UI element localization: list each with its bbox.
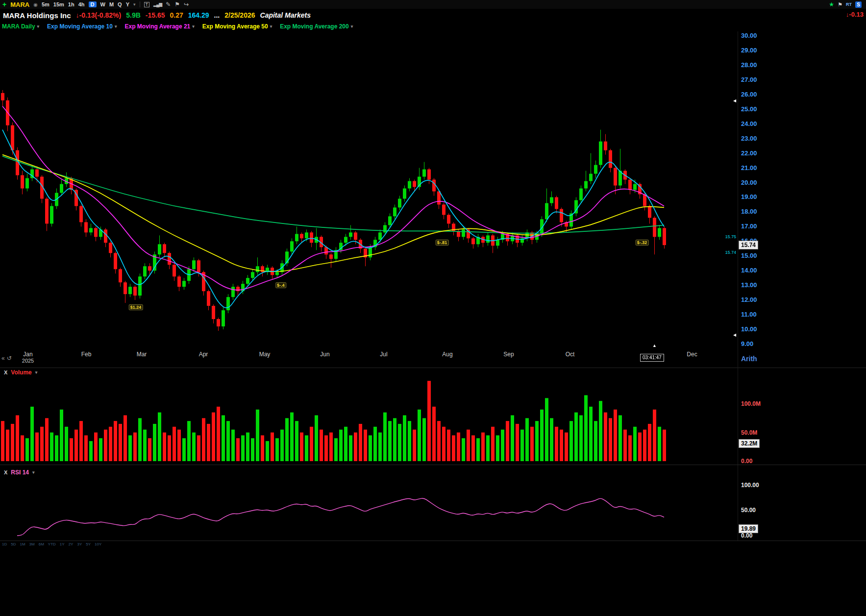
month-label: Jul — [380, 351, 387, 358]
rsi-panel-header: X RSI 14 ▾ — [4, 469, 35, 476]
timeframe-button-Y[interactable]: Y — [126, 1, 129, 7]
rsi-panel-title[interactable]: RSI 14 — [11, 469, 29, 476]
toolbar-right-group: ★ ⚑ RT S — [829, 1, 864, 8]
period-button-3M[interactable]: 3M — [29, 542, 35, 546]
price-tick: 15.00 — [741, 252, 757, 259]
period-button-2Y[interactable]: 2Y — [69, 542, 74, 546]
rsi-caret-icon[interactable]: ▾ — [32, 470, 35, 475]
last-price-tag: 15.74 — [739, 241, 758, 249]
period-selector-bar: 1D5D1M3M6MYTD1Y2Y3Y5Y10Y — [2, 542, 101, 546]
timeframe-group: 5m15m1h4hDWMQY — [42, 1, 129, 7]
legend-caret-icon[interactable]: ▾ — [192, 24, 195, 29]
period-button-3Y[interactable]: 3Y — [77, 542, 82, 546]
price-tick: 20.00 — [741, 179, 757, 186]
reset-zoom-icon[interactable]: ↺ — [7, 355, 12, 362]
legend-label: Exp Moving Average 21 — [124, 23, 190, 30]
legend-item-exp-moving-average-10[interactable]: Exp Moving Average 10▾ — [47, 23, 117, 30]
price-tick: 24.00 — [741, 120, 757, 127]
price-tick: 13.00 — [741, 281, 757, 289]
price-tick: 21.00 — [741, 164, 757, 172]
timeframe-button-W[interactable]: W — [100, 1, 105, 7]
rsi-close-button[interactable]: X — [4, 469, 7, 475]
indicator-icon[interactable]: ▂▄▆ — [153, 2, 162, 7]
price-marker-icon: ◀ — [733, 99, 736, 103]
pnl-tag[interactable]: $1.24 — [129, 304, 143, 310]
period-button-5Y[interactable]: 5Y — [86, 542, 91, 546]
quote-stat-3: 0.27 — [170, 11, 183, 19]
bid-price-label: 15.74 — [715, 250, 736, 255]
month-label: Feb — [81, 351, 92, 358]
price-tick: 26.00 — [741, 91, 757, 98]
period-button-6M[interactable]: 6M — [39, 542, 44, 546]
favorite-star-icon[interactable]: ★ — [829, 1, 834, 8]
price-tick: 29.00 — [741, 47, 757, 54]
link-charts-icon[interactable]: ◉ — [33, 2, 38, 7]
quote-stat-2: -15.65 — [146, 11, 165, 19]
pnl-tag[interactable]: $-.81 — [436, 240, 449, 246]
timeframe-button-D[interactable]: D — [89, 1, 97, 7]
price-tick: 22.00 — [741, 149, 757, 157]
price-tick: 28.00 — [741, 61, 757, 69]
legend-caret-icon[interactable]: ▾ — [270, 24, 272, 29]
price-tick: 18.00 — [741, 208, 757, 215]
price-tick: 10.00 — [741, 325, 757, 333]
price-chart-canvas[interactable] — [0, 31, 738, 350]
period-button-YTD[interactable]: YTD — [48, 542, 56, 546]
price-tick: 30.00 — [741, 32, 757, 39]
rsi-value-tag: 19.89 — [739, 524, 758, 533]
share-icon[interactable]: ↪ — [184, 1, 189, 8]
month-label: Mar — [137, 351, 147, 358]
period-button-5D[interactable]: 5D — [11, 542, 16, 546]
timeframe-button-M[interactable]: M — [109, 1, 114, 7]
volume-close-button[interactable]: X — [4, 370, 7, 375]
toolbar-divider — [140, 1, 140, 7]
volume-value-tag: 32.2M — [739, 439, 760, 448]
legend-label: MARA Daily — [2, 23, 35, 30]
scale-type-label[interactable]: Arith — [741, 355, 757, 363]
draw-tool-icon[interactable]: ✎ — [166, 1, 171, 8]
stream-badge[interactable]: S — [855, 1, 862, 8]
timeframe-caret-icon[interactable]: ▾ — [133, 2, 136, 7]
rsi-tick: 100.00 — [741, 482, 759, 489]
jump-start-icon[interactable]: « — [1, 355, 5, 362]
pennant-icon[interactable]: ⚑ — [838, 1, 842, 8]
price-tick: 25.00 — [741, 105, 757, 113]
flag-tool-icon[interactable]: ⚑ — [174, 1, 180, 8]
timeframe-button-1h[interactable]: 1h — [68, 1, 74, 7]
page-title: MARA Holdings Inc — [3, 11, 71, 20]
legend-caret-icon[interactable]: ▾ — [37, 24, 40, 29]
text-tool-icon[interactable]: T — [144, 2, 150, 7]
quote-stat-5: ... — [214, 11, 220, 19]
legend-item-exp-moving-average-50[interactable]: Exp Moving Average 50▾ — [202, 23, 272, 30]
period-button-1Y[interactable]: 1Y — [60, 542, 65, 546]
rsi-chart-canvas[interactable] — [0, 480, 738, 540]
month-label: Sep — [503, 351, 514, 358]
legend-caret-icon[interactable]: ▾ — [115, 24, 117, 29]
legend-caret-icon[interactable]: ▾ — [351, 24, 353, 29]
month-label: May — [259, 351, 271, 358]
timeframe-button-4h[interactable]: 4h — [78, 1, 85, 7]
month-label: Aug — [442, 351, 452, 358]
pnl-tag[interactable]: $-.4 — [275, 282, 286, 288]
price-tick: 17.00 — [741, 222, 757, 230]
volume-panel-title[interactable]: Volume — [11, 369, 31, 376]
month-label: Jan2025 — [22, 351, 34, 364]
month-label: Jun — [320, 351, 329, 358]
pnl-tag[interactable]: $-.32 — [636, 240, 649, 246]
legend-item-exp-moving-average-200[interactable]: Exp Moving Average 200▾ — [280, 23, 353, 30]
symbol-ticker[interactable]: MARA — [10, 1, 29, 8]
period-button-1D[interactable]: 1D — [2, 542, 7, 546]
period-button-1M[interactable]: 1M — [20, 542, 25, 546]
scroll-end-icon[interactable]: ▲ — [652, 343, 657, 348]
volume-chart-canvas[interactable] — [0, 376, 738, 463]
volume-caret-icon[interactable]: ▾ — [35, 370, 38, 375]
add-symbol-button[interactable]: + — [2, 0, 6, 8]
axis-corner-icons: « ↺ — [1, 355, 12, 362]
legend-item-mara-daily[interactable]: MARA Daily▾ — [2, 23, 39, 30]
period-button-10Y[interactable]: 10Y — [95, 542, 101, 546]
timeframe-button-5m[interactable]: 5m — [42, 1, 49, 7]
timeframe-button-15m[interactable]: 15m — [53, 1, 64, 7]
volume-tick: 100.0M — [741, 400, 761, 407]
timeframe-button-Q[interactable]: Q — [118, 1, 122, 7]
legend-item-exp-moving-average-21[interactable]: Exp Moving Average 21▾ — [124, 23, 194, 30]
